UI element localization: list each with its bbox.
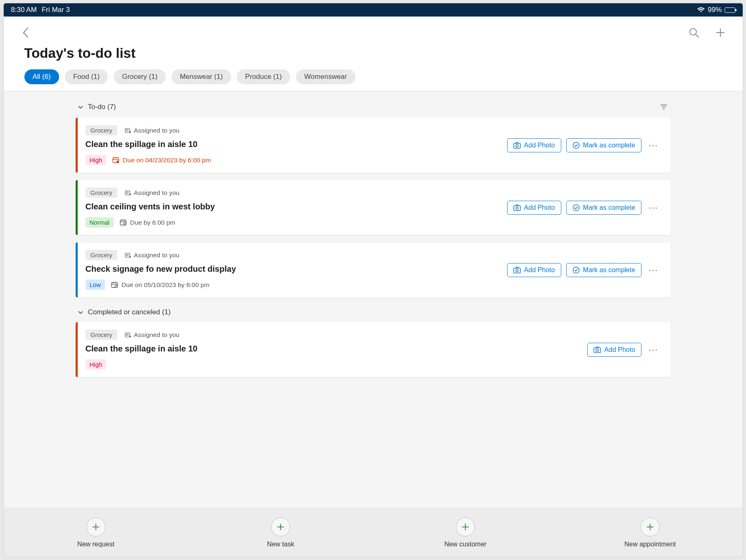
task-card[interactable]: GroceryAssigned to youClean the spillage…: [76, 118, 671, 173]
category-tag: Grocery: [86, 187, 117, 198]
section-header-todo[interactable]: To-do (7): [76, 99, 671, 118]
assigned-icon: [125, 252, 131, 258]
task-card[interactable]: GroceryAssigned to youClean the spillage…: [76, 322, 671, 377]
bottom-action[interactable]: New customer: [373, 508, 558, 557]
due-label: Due by 6:00 pm: [119, 219, 175, 226]
more-button[interactable]: ···: [646, 263, 661, 277]
bottom-bar: New requestNew taskNew customerNew appoi…: [4, 508, 743, 557]
section-title-todo: To-do (7): [88, 103, 116, 111]
camera-icon: [513, 204, 521, 211]
calendar-icon: [111, 281, 118, 288]
svg-rect-42: [514, 268, 520, 273]
priority-stripe: [76, 322, 78, 377]
back-button[interactable]: [19, 25, 33, 40]
check-circle-icon: [572, 142, 580, 149]
app-header: Today's to-do list All (6)Food (1)Grocer…: [4, 17, 743, 91]
more-button[interactable]: ···: [646, 138, 661, 152]
svg-point-31: [573, 204, 579, 211]
category-tag: Grocery: [86, 125, 117, 135]
bottom-action[interactable]: New request: [4, 508, 188, 557]
assigned-icon: [125, 190, 131, 196]
add-photo-button[interactable]: Add Photo: [507, 138, 561, 152]
priority-badge: High: [86, 359, 107, 370]
status-bar: 8:30 AM Fri Mar 3 99%: [4, 3, 743, 17]
chevron-down-icon: [77, 309, 84, 316]
filter-chip[interactable]: Grocery (1): [114, 69, 166, 84]
plus-circle-icon: [86, 517, 105, 536]
mark-complete-button[interactable]: Mark as complete: [566, 138, 641, 152]
svg-line-28: [125, 224, 125, 224]
wifi-icon: [697, 7, 705, 13]
calendar-icon: !: [112, 157, 119, 164]
priority-stripe: [76, 118, 78, 173]
plus-circle-icon: [641, 517, 660, 536]
svg-rect-29: [514, 206, 520, 211]
filter-chip[interactable]: Food (1): [65, 69, 108, 84]
section-header-completed[interactable]: Completed or canceled (1): [76, 305, 671, 322]
check-circle-icon: [572, 266, 580, 274]
camera-icon: [593, 346, 601, 353]
svg-point-49: [596, 349, 598, 351]
svg-text:!: !: [118, 161, 118, 163]
due-label: !Due on 04/23/2023 by 6:00 pm: [112, 157, 211, 164]
assigned-icon: [125, 128, 131, 133]
bottom-action-label: New appointment: [624, 541, 676, 548]
camera-icon: [513, 267, 521, 273]
more-button[interactable]: ···: [646, 200, 661, 215]
svg-point-30: [516, 207, 518, 209]
bottom-action[interactable]: New appointment: [558, 508, 743, 557]
camera-icon: [513, 142, 521, 149]
priority-stripe: [76, 180, 78, 235]
priority-badge: High: [86, 155, 107, 165]
page-title: Today's to-do list: [24, 45, 728, 61]
search-icon[interactable]: [686, 25, 701, 40]
category-tag: Grocery: [86, 330, 117, 340]
add-icon[interactable]: [713, 25, 728, 40]
filter-chip[interactable]: All (6): [24, 69, 59, 84]
mark-complete-button[interactable]: Mark as complete: [566, 201, 641, 215]
svg-line-41: [116, 286, 117, 287]
add-photo-button[interactable]: Add Photo: [507, 263, 561, 277]
filter-icon[interactable]: [658, 102, 669, 112]
assigned-label: Assigned to you: [125, 127, 179, 134]
due-label: Due on 05/10/2023 by 6:00 pm: [111, 281, 210, 289]
calendar-icon: [119, 219, 127, 226]
filter-chip[interactable]: Womenswear: [296, 69, 355, 84]
filter-chip[interactable]: Menswear (1): [172, 69, 231, 84]
bottom-action[interactable]: New task: [188, 508, 373, 557]
svg-point-44: [573, 267, 579, 273]
task-title: Clean the spillage in aisle 10: [86, 344, 581, 354]
priority-badge: Normal: [86, 217, 114, 228]
svg-point-17: [516, 145, 518, 147]
svg-rect-45: [125, 333, 130, 337]
more-button[interactable]: ···: [646, 342, 661, 357]
add-photo-button[interactable]: Add Photo: [507, 201, 561, 215]
battery-pct: 99%: [708, 6, 722, 14]
mark-complete-button[interactable]: Mark as complete: [566, 263, 641, 277]
add-photo-button[interactable]: Add Photo: [587, 343, 641, 357]
battery-icon: [725, 7, 735, 13]
plus-circle-icon: [456, 517, 475, 536]
priority-stripe: [76, 242, 78, 297]
bottom-action-label: New request: [77, 541, 114, 548]
task-title: Clean the spillage in aisle 10: [86, 140, 501, 149]
task-card[interactable]: GroceryAssigned to youClean ceiling vent…: [76, 180, 671, 235]
status-time: 8:30 AM: [11, 6, 37, 14]
assigned-label: Assigned to you: [125, 331, 179, 339]
task-card[interactable]: GroceryAssigned to youCheck signage fo n…: [76, 242, 671, 297]
svg-point-18: [573, 142, 579, 148]
bottom-action-label: New task: [267, 541, 294, 548]
chevron-down-icon: [77, 104, 84, 110]
svg-line-1: [696, 34, 698, 37]
priority-badge: Low: [86, 280, 105, 290]
svg-point-43: [516, 269, 518, 272]
check-circle-icon: [572, 204, 580, 211]
task-title: Clean ceiling vents in west lobby: [86, 202, 501, 211]
filter-chip[interactable]: Produce (1): [237, 69, 290, 84]
bottom-action-label: New customer: [444, 541, 486, 548]
category-tag: Grocery: [86, 250, 117, 260]
svg-rect-32: [125, 253, 130, 257]
assigned-label: Assigned to you: [125, 189, 179, 197]
filter-chips-row: All (6)Food (1)Grocery (1)Menswear (1)Pr…: [19, 69, 728, 91]
task-title: Check signage fo new product display: [86, 264, 501, 274]
